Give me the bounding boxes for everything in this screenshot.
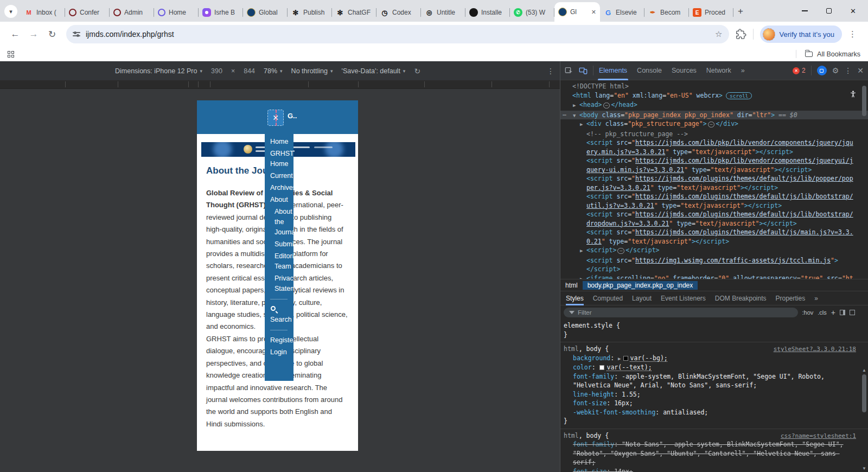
zoom-select[interactable]: 78%▾ bbox=[264, 67, 283, 75]
browser-tab[interactable]: Gl✕ bbox=[554, 2, 600, 22]
minimize-button[interactable] bbox=[802, 10, 808, 11]
browser-tab[interactable]: Confer bbox=[65, 3, 110, 22]
bookmark-star-icon[interactable]: ☆ bbox=[715, 29, 722, 39]
menu-item-current[interactable]: Current bbox=[270, 171, 293, 181]
browser-tab[interactable]: ◎Untitle bbox=[421, 3, 465, 22]
stylesheet-source-link[interactable]: styleSheet?…3.3.0.21:18 bbox=[774, 345, 856, 354]
rotate-icon[interactable]: ↻ bbox=[414, 67, 420, 75]
media-query-bar[interactable] bbox=[0, 80, 560, 89]
browser-tab[interactable]: ✻Publish bbox=[288, 3, 332, 22]
styles-scrollbar[interactable]: ▲ ▼ bbox=[861, 368, 867, 471]
scroll-up-arrow[interactable]: ▲ bbox=[862, 368, 866, 373]
styles-tab-event-listeners[interactable]: Event Listeners bbox=[661, 291, 706, 305]
site-settings-icon[interactable] bbox=[73, 32, 80, 36]
layout-panel-icon[interactable] bbox=[850, 310, 855, 315]
stylesheet-source-link[interactable]: css?name=stylesheet:1 bbox=[781, 432, 856, 441]
browser-tab[interactable]: EProced bbox=[689, 3, 733, 22]
tab-close-icon[interactable]: ✕ bbox=[591, 9, 596, 16]
dom-node-line[interactable]: <html lang="en" xml:lang="en-US" webcrx>… bbox=[560, 91, 868, 101]
save-data-select[interactable]: 'Save-Data': default▾ bbox=[342, 67, 406, 75]
dimensions-select[interactable]: Dimensions: iPhone 12 Pro▾ bbox=[115, 67, 202, 75]
computed-styles-icon[interactable] bbox=[840, 310, 845, 315]
inspect-icon[interactable] bbox=[565, 66, 573, 75]
devtools-companion-icon[interactable] bbox=[817, 66, 827, 75]
more-tabs-icon[interactable]: » bbox=[741, 61, 745, 80]
maximize-button[interactable] bbox=[826, 8, 832, 14]
css-rule[interactable]: html, body {css?name=stylesheet:1font-fa… bbox=[560, 429, 868, 472]
selected-dom-node[interactable]: ▼⋯<body class="pkp_page_index pkp_op_ind… bbox=[560, 111, 868, 120]
dom-node-line[interactable]: ▶<script>⋯</script> bbox=[560, 246, 868, 256]
styles-tab-styles[interactable]: Styles bbox=[566, 291, 584, 305]
new-tab-button[interactable]: + bbox=[738, 6, 743, 17]
menu-item-home[interactable]: Home bbox=[270, 137, 293, 147]
dom-node-line[interactable]: <script src="https://ijmds.com/plugins/t… bbox=[560, 210, 868, 228]
browser-tab[interactable]: ◷Codex bbox=[376, 3, 421, 22]
browser-tab[interactable]: Admin bbox=[110, 3, 154, 22]
css-declaration[interactable]: font-family: -apple-system, BlinkMacSyst… bbox=[564, 372, 855, 390]
url-text[interactable]: ijmds.com/index.php/grhst bbox=[86, 30, 710, 39]
device-toolbar-menu-button[interactable]: ⋮ bbox=[547, 67, 554, 75]
css-declaration[interactable]: line-height: 1.55; bbox=[564, 390, 855, 399]
accessibility-icon[interactable] bbox=[849, 90, 857, 98]
devtools-tab-network[interactable]: Network bbox=[706, 61, 731, 80]
error-badge[interactable]: ✕ 2 bbox=[793, 67, 806, 74]
dom-node-line[interactable]: <script src="https://img1.wsimg.com/traf… bbox=[560, 256, 868, 265]
expand-ellipsis-button[interactable]: ⋯ bbox=[617, 248, 624, 254]
viewport-height-input[interactable]: 844 bbox=[244, 67, 255, 75]
browser-menu-button[interactable]: ⋮ bbox=[845, 29, 860, 39]
css-declaration[interactable]: font-family: "Noto Sans", -apple-system,… bbox=[564, 440, 855, 467]
devtools-tab-sources[interactable]: Sources bbox=[672, 61, 697, 80]
css-declaration[interactable]: -webkit-font-smoothing: antialiased; bbox=[564, 408, 855, 417]
browser-tab[interactable]: MInbox ( bbox=[21, 3, 65, 22]
dom-node-line[interactable]: <!DOCTYPE html> bbox=[560, 82, 868, 91]
dom-node-line[interactable]: ▶<head>⋯</head> bbox=[560, 100, 868, 111]
scroll-badge[interactable]: scroll bbox=[726, 92, 752, 99]
dom-node-line[interactable]: ▶<iframe scrolling="no" frameborder="0" … bbox=[560, 274, 868, 279]
dom-node-line[interactable]: ▶<div class="pkp_structure_page">⋯</div> bbox=[560, 119, 868, 130]
expand-arrow-icon[interactable]: ▶ bbox=[573, 101, 576, 110]
class-toggle[interactable]: .cls bbox=[818, 309, 827, 316]
back-button[interactable]: ← bbox=[8, 29, 23, 40]
breadcrumb-item[interactable]: body.pkp_page_index.pkp_op_index bbox=[583, 281, 698, 290]
expand-arrow-icon[interactable]: ▶ bbox=[580, 120, 583, 129]
css-rule[interactable]: html, body {styleSheet?…3.3.0.21:18backg… bbox=[560, 342, 868, 429]
dom-node-line[interactable]: <!-- pkp_structure_page --> bbox=[560, 130, 868, 139]
browser-tab[interactable]: ✆(53) W bbox=[510, 3, 554, 22]
settings-gear-icon[interactable]: ⚙ bbox=[832, 66, 839, 75]
apps-grid-icon[interactable] bbox=[8, 51, 14, 58]
expand-arrow-icon[interactable]: ▼ bbox=[573, 111, 576, 120]
menu-item-login[interactable]: Login bbox=[270, 347, 293, 358]
address-bar[interactable]: ijmds.com/index.php/grhst ☆ bbox=[66, 25, 729, 43]
dom-node-line[interactable]: </script> bbox=[560, 265, 868, 274]
menu-item-grhst-home[interactable]: GRHST Home bbox=[270, 149, 293, 169]
menu-item-archives[interactable]: Archives bbox=[270, 183, 293, 193]
extensions-icon[interactable] bbox=[736, 29, 746, 40]
device-toolbar-toggle-icon[interactable] bbox=[579, 66, 588, 75]
dom-node-line[interactable]: <script src="https://ijmds.com/lib/pkp/l… bbox=[560, 138, 868, 156]
reload-button[interactable]: ↻ bbox=[44, 29, 60, 40]
dom-node-line[interactable]: <script src="https://ijmds.com/plugins/t… bbox=[560, 228, 868, 246]
browser-tab[interactable]: GElsevie bbox=[600, 3, 644, 22]
styles-filter-input[interactable]: Filter bbox=[564, 308, 798, 317]
devtools-close-button[interactable]: ✕ bbox=[857, 66, 864, 75]
throttling-select[interactable]: No throttling▾ bbox=[291, 67, 333, 75]
hover-state-toggle[interactable]: :hov bbox=[802, 309, 814, 316]
menu-item-search[interactable]: Search bbox=[270, 304, 293, 325]
menu-item-register[interactable]: Register bbox=[270, 335, 293, 346]
window-close-button[interactable]: ✕ bbox=[850, 7, 856, 15]
menu-item-editorial-team[interactable]: Editorial Team bbox=[275, 251, 293, 272]
expand-ellipsis-button[interactable]: ⋯ bbox=[708, 122, 715, 127]
expand-arrow-icon[interactable]: ▶ bbox=[580, 275, 583, 279]
menu-item-submissions[interactable]: Submissions bbox=[275, 239, 293, 250]
styles-tab-computed[interactable]: Computed bbox=[593, 291, 623, 305]
menu-item-privacy-statement[interactable]: Privacy Statement bbox=[275, 273, 293, 294]
profile-chip[interactable]: Verify that it's you bbox=[760, 25, 842, 43]
browser-tab[interactable]: ✒Becom bbox=[644, 3, 689, 22]
expand-arrow-icon[interactable]: ▶ bbox=[580, 246, 583, 256]
tab-search-button[interactable]: ▾ bbox=[4, 5, 17, 18]
browser-tab[interactable]: Global bbox=[243, 3, 288, 22]
css-rule[interactable]: element.style {} bbox=[560, 319, 868, 342]
css-declaration[interactable]: background: ▶var(--bg); bbox=[564, 354, 855, 363]
color-swatch[interactable] bbox=[623, 356, 628, 361]
scroll-down-arrow[interactable]: ▼ bbox=[862, 466, 866, 471]
